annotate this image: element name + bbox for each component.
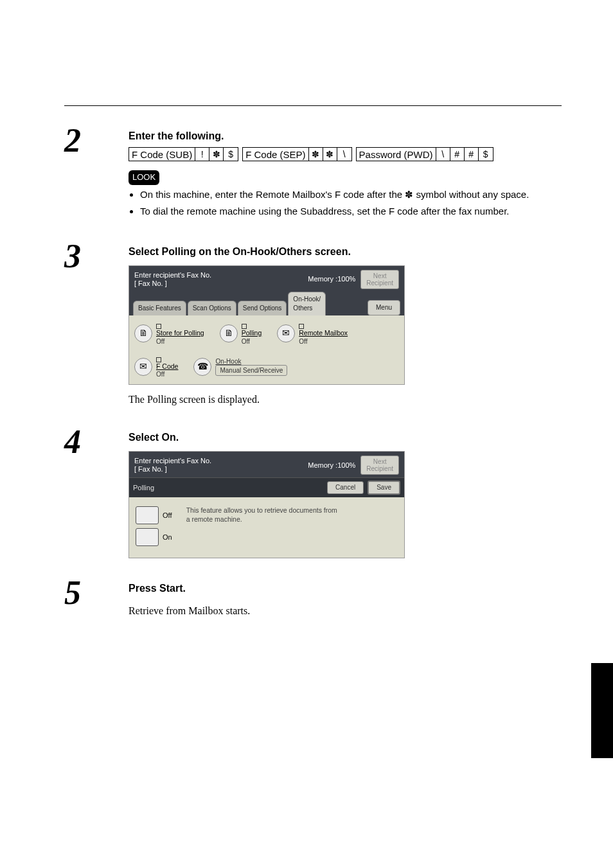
section-edge-tab xyxy=(591,663,613,758)
label-password-pwd: Password (PWD) xyxy=(357,148,436,161)
opt-state: Off xyxy=(156,371,164,378)
bullet-text: On this machine, enter the Remote Mailbo… xyxy=(140,189,405,200)
step-heading: Select On. xyxy=(129,430,562,445)
key: ✽ xyxy=(309,148,323,161)
memory-status: Memory :100% xyxy=(308,274,355,284)
envelope-icon: ✉ xyxy=(134,358,152,376)
key: \ xyxy=(337,148,351,161)
opt-state: Off xyxy=(156,338,164,345)
fcode-key-line: F Code (SUB) ! ✽ $ F Code (SEP) ✽ ✽ \ Pa… xyxy=(129,147,562,161)
screen-title: Enter recipient's Fax No. xyxy=(134,271,308,279)
device-screen-polling: Enter recipient's Fax No. [ Fax No. ] Me… xyxy=(129,451,405,558)
option-on-hook[interactable]: ☎ On-Hook Manual Send/Receive xyxy=(193,355,287,378)
save-button[interactable]: Save xyxy=(368,481,400,495)
toggle-box-icon xyxy=(136,506,159,524)
opt-label: On-Hook xyxy=(215,358,241,365)
phone-icon: ☎ xyxy=(193,358,211,376)
btn-label: Next xyxy=(366,458,393,465)
step-number: 2 xyxy=(64,124,129,157)
opt-label: Store for Polling xyxy=(156,330,204,337)
bullet-symbol: ✽ xyxy=(405,189,413,200)
toggle-label: Off xyxy=(163,511,172,520)
key: ! xyxy=(195,148,209,161)
step-heading: Enter the following. xyxy=(129,129,562,143)
step-heading: Press Start. xyxy=(129,581,562,596)
btn-label: Next xyxy=(366,272,393,279)
next-recipient-button[interactable]: Next Recipient xyxy=(360,270,399,289)
tab-send-options[interactable]: Send Options xyxy=(238,301,287,315)
key: ✽ xyxy=(323,148,337,161)
key: # xyxy=(465,148,479,161)
key: $ xyxy=(224,148,238,161)
key: $ xyxy=(479,148,493,161)
feature-description: This feature allows you to retrieve docu… xyxy=(186,506,341,524)
step-caption: Retrieve from Mailbox starts. xyxy=(129,604,562,618)
tab-basic-features[interactable]: Basic Features xyxy=(133,301,186,315)
device-screen-onhook: Enter recipient's Fax No. [ Fax No. ] Me… xyxy=(129,265,405,385)
tab-scan-options[interactable]: Scan Options xyxy=(188,301,236,315)
screen-subtitle: [ Fax No. ] xyxy=(134,279,308,288)
option-polling[interactable]: 🗎 Polling Off xyxy=(220,322,262,345)
mailbox-icon: ✉ xyxy=(277,324,295,342)
toggle-box-icon xyxy=(136,528,159,546)
toggle-on[interactable]: On xyxy=(136,528,172,546)
opt-label: Remote Mailbox xyxy=(299,330,348,337)
opt-state: Off xyxy=(299,338,307,345)
option-f-code[interactable]: ✉ F Code Off xyxy=(134,355,178,378)
option-remote-mailbox[interactable]: ✉ Remote Mailbox Off xyxy=(277,322,348,345)
key: # xyxy=(450,148,465,161)
btn-label: Recipient xyxy=(366,279,393,287)
label-fcode-sep: F Code (SEP) xyxy=(243,148,308,161)
next-recipient-button[interactable]: Next Recipient xyxy=(360,456,399,475)
screen-title: Enter recipient's Fax No. xyxy=(134,457,308,465)
cancel-button[interactable]: Cancel xyxy=(327,481,364,494)
toggle-off[interactable]: Off xyxy=(136,506,172,524)
bullet-text: symbol without any space. xyxy=(413,189,529,200)
memory-status: Memory :100% xyxy=(308,461,355,470)
screen-subtitle: [ Fax No. ] xyxy=(134,465,308,474)
step-number: 3 xyxy=(64,240,129,273)
step-number: 5 xyxy=(64,576,129,610)
btn-label: Recipient xyxy=(366,465,393,472)
menu-button[interactable]: Menu xyxy=(368,300,400,315)
opt-label: Polling xyxy=(242,330,262,337)
step-heading: Select Polling on the On-Hook/Others scr… xyxy=(129,245,562,259)
tab-onhook-others[interactable]: On-Hook/ Others xyxy=(288,292,326,315)
panel-title: Polling xyxy=(133,483,323,493)
toggle-label: On xyxy=(163,533,172,542)
manual-send-receive-button[interactable]: Manual Send/Receive xyxy=(215,365,287,376)
look-bullets: On this machine, enter the Remote Mailbo… xyxy=(140,188,562,219)
bullet-text: To dial the remote machine using the Sub… xyxy=(140,204,562,219)
document-icon: 🗎 xyxy=(220,324,238,342)
key: ✽ xyxy=(209,148,224,161)
step-caption: The Polling screen is displayed. xyxy=(129,393,562,407)
opt-state: Off xyxy=(242,338,250,345)
step-number: 4 xyxy=(64,425,129,459)
option-store-for-polling[interactable]: 🗎 Store for Polling Off xyxy=(134,322,204,345)
look-badge: LOOK xyxy=(129,170,159,184)
document-icon: 🗎 xyxy=(134,324,152,342)
opt-label: F Code xyxy=(156,363,178,371)
label-fcode-sub: F Code (SUB) xyxy=(129,148,195,161)
key: \ xyxy=(436,148,450,161)
